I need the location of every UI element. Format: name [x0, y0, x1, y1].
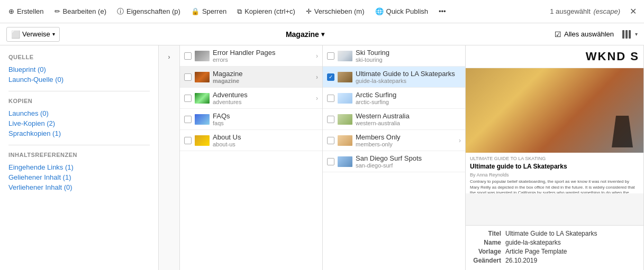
- geaendert-label: Geändert: [472, 257, 501, 264]
- kopieren-label: Kopieren (ctrl+c): [244, 7, 295, 15]
- list-item-checkbox[interactable]: [184, 52, 192, 60]
- list-item-checkbox[interactable]: [327, 73, 334, 81]
- live-kopien-link[interactable]: Live-Kopien (2): [8, 118, 150, 128]
- columns-view-button[interactable]: [622, 30, 631, 39]
- list-item-slug: about-us: [213, 141, 318, 147]
- list-item-checkbox[interactable]: [327, 158, 334, 165]
- wknd-logo: WKND S: [466, 45, 643, 68]
- list-item[interactable]: Adventures adventures ›: [180, 88, 322, 109]
- page-preview: WKND S ULTIMATE GUIDE TO LA SKATING Ulti…: [466, 45, 643, 225]
- geliehener-inhalt-link[interactable]: Geliehener Inhalt (1): [8, 172, 150, 182]
- list-item-checkbox[interactable]: [184, 137, 192, 144]
- list-item-checkbox[interactable]: [327, 52, 334, 60]
- list-item-checkbox[interactable]: [184, 116, 192, 123]
- secondbar: ⬜ Verweise ▾ Magazine ▾ ☑ Alles auswähle…: [0, 23, 644, 45]
- list-item-name: Ski Touring: [356, 49, 461, 57]
- alles-auswaehlen-button[interactable]: ☑ Alles auswählen: [550, 28, 618, 41]
- list-item[interactable]: FAQs faqs: [180, 109, 322, 130]
- tree-area: › Error Handler Pages errors › Magazine …: [159, 45, 644, 270]
- list-item-text: Magazine magazine: [213, 70, 313, 84]
- list-item-thumb: [338, 72, 352, 82]
- list-item-checkbox[interactable]: [327, 95, 334, 102]
- info-row-vorlage: Vorlage Article Page Template: [472, 248, 637, 255]
- list-item-slug: errors: [213, 57, 313, 63]
- titel-label: Titel: [472, 230, 501, 237]
- eingehende-links-link[interactable]: Eingehende Links (1): [8, 162, 150, 172]
- list-item-slug: adventures: [213, 99, 313, 105]
- list-item-checkbox[interactable]: [184, 73, 192, 81]
- sperren-button[interactable]: 🔒 Sperren: [187, 5, 231, 17]
- magazine-title: Magazine ▾: [60, 30, 550, 39]
- list-item-text: Western Australia western-australia: [356, 112, 461, 126]
- launches-link[interactable]: Launches (0): [8, 108, 150, 118]
- close-button[interactable]: ✕: [627, 4, 640, 18]
- kopieren-button[interactable]: ⧉ Kopieren (ctrl+c): [233, 5, 300, 18]
- list-item-thumb: [338, 114, 352, 125]
- list-item-thumb: [195, 135, 210, 146]
- list-item[interactable]: Magazine magazine ›: [180, 67, 322, 88]
- list-item[interactable]: Arctic Surfing arctic-surfing: [323, 88, 465, 109]
- list-item-slug: san-diego-surf: [356, 162, 461, 169]
- preview-author: By Anna Reynolds: [470, 172, 639, 178]
- skate-image: [466, 68, 643, 153]
- page-preview-image: WKND S ULTIMATE GUIDE TO LA SKATING Ulti…: [466, 45, 643, 193]
- selected-count: 1 ausgewählt (escape): [550, 7, 620, 15]
- kopien-section-title: KOPIEN: [8, 98, 150, 104]
- list-item-text: Arctic Surfing arctic-surfing: [356, 91, 461, 105]
- chevron-right-icon: ›: [316, 52, 318, 60]
- list-item-slug: magazine: [213, 78, 313, 84]
- info-row-name: Name guide-la-skateparks: [472, 239, 637, 246]
- list-item-text: About Us about-us: [213, 133, 318, 147]
- list-item-text: FAQs faqs: [213, 112, 318, 126]
- preview-text-area: ULTIMATE GUIDE TO LA SKATING Ultimate gu…: [466, 153, 643, 193]
- blueprint-link[interactable]: Blueprint (0): [8, 64, 150, 75]
- quickpublish-button[interactable]: 🌐 Quick Publish: [371, 5, 432, 17]
- list-item-slug: guide-la-skateparks: [356, 78, 461, 84]
- verschieben-button[interactable]: ✛ Verschieben (m): [302, 5, 369, 17]
- more-button[interactable]: •••: [434, 5, 450, 17]
- list-item-checkbox[interactable]: [184, 95, 192, 102]
- sprachkopien-link[interactable]: Sprachkopien (1): [8, 128, 150, 138]
- list-item-checkbox[interactable]: [327, 137, 334, 144]
- list-column-1: Error Handler Pages errors › Magazine ma…: [180, 45, 323, 270]
- name-value: guide-la-skateparks: [505, 239, 561, 246]
- chevron-right-icon: ›: [459, 137, 461, 144]
- list-item-text: San Diego Surf Spots san-diego-surf: [356, 154, 461, 169]
- list-item-name: Adventures: [213, 91, 313, 99]
- list-item-name: FAQs: [213, 112, 318, 120]
- info-panel: Titel Ultimate Guide to LA Skateparks Na…: [466, 225, 643, 270]
- list-item[interactable]: About Us about-us: [180, 130, 322, 151]
- list-item[interactable]: San Diego Surf Spots san-diego-surf: [323, 151, 465, 172]
- launch-quelle-link[interactable]: Launch-Quelle (0): [8, 75, 150, 85]
- info-icon: ⓘ: [117, 7, 124, 16]
- bearbeiten-label: Bearbeiten (e): [63, 7, 106, 15]
- list-item[interactable]: Error Handler Pages errors ›: [180, 45, 322, 67]
- list-item-thumb: [338, 51, 352, 61]
- list-item[interactable]: Ski Touring ski-touring: [323, 45, 465, 67]
- list-item-thumb: [195, 51, 210, 61]
- list-item[interactable]: Western Australia western-australia: [323, 109, 465, 130]
- info-row-geaendert: Geändert 26.10.2019: [472, 257, 637, 264]
- list-item-slug: western-australia: [356, 120, 461, 126]
- preview-body: Contrary to popular belief skateboarding…: [470, 179, 639, 193]
- preview-title: Ultimate guide to LA Skateparks: [470, 163, 639, 170]
- vorlage-value: Article Page Template: [505, 248, 567, 255]
- list-item[interactable]: Members Only members-only ›: [323, 130, 465, 151]
- bearbeiten-button[interactable]: ✏ Bearbeiten (e): [50, 5, 111, 17]
- lock-icon: 🔒: [191, 7, 199, 15]
- more-label: •••: [439, 7, 446, 15]
- erstellen-button[interactable]: ⊕ Erstellen: [4, 5, 48, 17]
- list-item-name: Ultimate Guide to LA Skateparks: [356, 70, 461, 78]
- verliehener-inhalt-link[interactable]: Verliehener Inhalt (0): [8, 182, 150, 192]
- secondbar-right: ☑ Alles auswählen ▾: [550, 28, 638, 41]
- list-item-checkbox[interactable]: [327, 116, 334, 123]
- toolbar: ⊕ Erstellen ✏ Bearbeiten (e) ⓘ Eigenscha…: [0, 0, 644, 23]
- verweise-button[interactable]: ⬜ Verweise ▾: [6, 27, 60, 42]
- eigenschaften-button[interactable]: ⓘ Eigenschaften (p): [113, 5, 185, 18]
- list-item-slug: ski-touring: [356, 57, 461, 63]
- list-item[interactable]: Ultimate Guide to LA Skateparks guide-la…: [323, 67, 465, 88]
- tree-expand-button[interactable]: ›: [162, 50, 177, 64]
- list-item-name: About Us: [213, 133, 318, 141]
- verweise-label: Verweise: [22, 30, 50, 38]
- geaendert-value: 26.10.2019: [505, 257, 537, 264]
